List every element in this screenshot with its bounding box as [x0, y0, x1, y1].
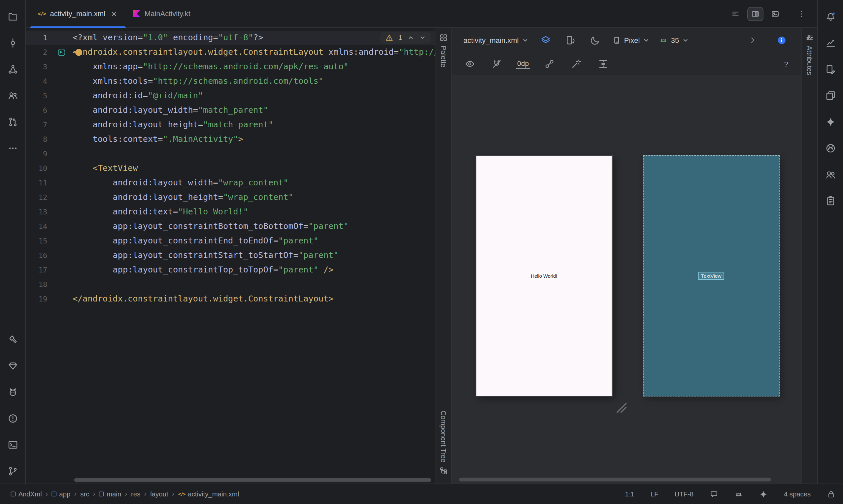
- textview-selection[interactable]: TextView: [699, 272, 724, 280]
- build-tool-button[interactable]: [2, 329, 23, 350]
- editor-more-button[interactable]: [793, 6, 810, 20]
- toolbar-overflow-button[interactable]: [745, 33, 760, 48]
- device-explorer-button[interactable]: [820, 190, 841, 212]
- more-tool-windows-button[interactable]: [2, 138, 23, 159]
- lock-icon[interactable]: [827, 490, 836, 498]
- code-line[interactable]: 6 android:layout_width="match_parent": [26, 103, 435, 118]
- close-icon[interactable]: [110, 10, 118, 18]
- scrollbar-thumb[interactable]: [74, 478, 432, 482]
- blueprint-preview[interactable]: TextView: [643, 155, 779, 396]
- encoding-widget[interactable]: UTF-8: [674, 490, 693, 498]
- code-line[interactable]: 19</androidx.constraintlayout.widget.Con…: [26, 292, 435, 306]
- code-text[interactable]: app:layout_constraintBottom_toBottomOf="…: [72, 219, 435, 234]
- design-mode-button[interactable]: [767, 6, 783, 20]
- line-separator-widget[interactable]: LF: [651, 490, 658, 498]
- event-balloon-icon[interactable]: [710, 490, 718, 498]
- clear-constraints-button[interactable]: [542, 56, 557, 72]
- code-line[interactable]: 18: [26, 277, 435, 292]
- indent-widget[interactable]: 4 spaces: [784, 490, 811, 498]
- code-text[interactable]: </androidx.constraintlayout.widget.Const…: [72, 292, 435, 306]
- code-text[interactable]: <TextView: [72, 161, 435, 176]
- code-line[interactable]: 12 android:layout_height="wrap_content": [26, 190, 435, 205]
- breadcrumb-item[interactable]: app: [52, 490, 71, 498]
- help-button[interactable]: ?: [784, 60, 790, 68]
- autoconnect-button[interactable]: [489, 56, 504, 72]
- pull-requests-tool-button[interactable]: [2, 111, 23, 132]
- api-level-selector[interactable]: 35: [659, 36, 689, 44]
- code-line[interactable]: 14 app:layout_constraintBottom_toBottomO…: [26, 219, 435, 234]
- code-text[interactable]: android:layout_width="match_parent": [72, 103, 435, 118]
- inspections-widget[interactable]: 1: [380, 32, 432, 43]
- code-line[interactable]: 8 tools:context=".MainActivity">: [26, 132, 435, 147]
- code-line[interactable]: 7 android:layout_height="match_parent": [26, 118, 435, 132]
- tab-main-activity-kt[interactable]: MainActivity.kt: [126, 0, 198, 28]
- breadcrumb-item[interactable]: </>activity_main.xml: [178, 490, 239, 498]
- editor-horizontal-scrollbar[interactable]: [74, 478, 432, 482]
- night-mode-button[interactable]: [587, 33, 603, 48]
- palette-tool-tab[interactable]: Palette: [439, 33, 448, 67]
- code-line[interactable]: 11 android:layout_width="wrap_content": [26, 176, 435, 190]
- attributes-tool-tab[interactable]: Attributes: [805, 33, 814, 75]
- scrollbar-thumb[interactable]: [459, 478, 771, 481]
- preview-resize-grip[interactable]: [615, 401, 628, 414]
- view-options-button[interactable]: [462, 56, 478, 72]
- code-line[interactable]: 5 android:id="@+id/main": [26, 89, 435, 103]
- next-issue-icon[interactable]: [419, 34, 426, 41]
- code-text[interactable]: android:layout_width="wrap_content": [72, 176, 435, 190]
- code-line[interactable]: 17 app:layout_constraintTop_toTopOf="par…: [26, 263, 435, 277]
- code-text[interactable]: android:layout_height="match_parent": [72, 118, 435, 132]
- logcat-tool-button[interactable]: [2, 381, 23, 403]
- design-preview[interactable]: Hello World!: [476, 155, 613, 396]
- breadcrumb-item[interactable]: layout: [150, 490, 168, 498]
- project-tool-button[interactable]: [2, 6, 23, 28]
- breadcrumb-item[interactable]: src: [80, 490, 89, 498]
- code-text[interactable]: xmlns:app="http://schemas.android.com/ap…: [72, 60, 435, 74]
- infer-constraints-button[interactable]: [569, 56, 584, 72]
- caret-position-widget[interactable]: 1:1: [625, 490, 634, 498]
- device-file-explorer-button[interactable]: [820, 85, 841, 106]
- default-margin-selector[interactable]: 0dp: [516, 59, 530, 69]
- device-manager-button[interactable]: [820, 138, 841, 159]
- app-inspection-tool-button[interactable]: [2, 355, 23, 377]
- code-editor[interactable]: 1<?xml version="1.0" encoding="utf-8"?>2…: [26, 28, 435, 484]
- code-text[interactable]: [72, 147, 435, 161]
- code-text[interactable]: app:layout_constraintEnd_toEndOf="parent…: [72, 234, 435, 248]
- code-text[interactable]: app:layout_constraintStart_toStartOf="pa…: [72, 248, 435, 263]
- resource-manager-tool-button[interactable]: [2, 85, 23, 106]
- related-file-gutter-icon[interactable]: [58, 49, 65, 56]
- code-text[interactable]: xmlns:tools="http://schemas.android.com/…: [72, 74, 435, 89]
- notifications-button[interactable]: [820, 6, 841, 28]
- code-text[interactable]: <androidx.constraintlayout.widget.Constr…: [72, 45, 435, 60]
- breadcrumb-item[interactable]: res: [131, 490, 140, 498]
- breadcrumb-item[interactable]: AndXml: [11, 490, 42, 498]
- tab-activity-main-xml[interactable]: </> activity_main.xml: [30, 0, 126, 28]
- component-tree-tool-tab[interactable]: Component Tree: [439, 411, 448, 475]
- pack-align-button[interactable]: [595, 56, 611, 72]
- gemini-button[interactable]: [820, 111, 841, 132]
- running-devices-button[interactable]: [820, 164, 841, 185]
- code-text[interactable]: app:layout_constraintTop_toTopOf="parent…: [72, 263, 435, 277]
- code-text[interactable]: android:text="Hello World!": [72, 205, 435, 219]
- breadcrumb-item[interactable]: main: [99, 490, 121, 498]
- code-mode-button[interactable]: [727, 6, 744, 20]
- orientation-button[interactable]: [563, 33, 578, 48]
- code-text[interactable]: tools:context=".MainActivity">: [72, 132, 435, 147]
- device-selector[interactable]: Pixel: [612, 36, 650, 44]
- app-insights-button[interactable]: [820, 32, 841, 54]
- code-line[interactable]: 4 xmlns:tools="http://schemas.android.co…: [26, 74, 435, 89]
- android-status-icon[interactable]: [734, 490, 743, 498]
- problems-tool-button[interactable]: [2, 408, 23, 429]
- code-line[interactable]: 10 <TextView: [26, 161, 435, 176]
- code-line[interactable]: 3 xmlns:app="http://schemas.android.com/…: [26, 60, 435, 74]
- code-text[interactable]: [72, 277, 435, 292]
- ai-spark-icon[interactable]: [759, 490, 768, 498]
- intention-bulb-icon[interactable]: [75, 49, 82, 56]
- structure-tool-button[interactable]: [2, 59, 23, 80]
- terminal-tool-button[interactable]: [2, 434, 23, 455]
- code-line[interactable]: 2<androidx.constraintlayout.widget.Const…: [26, 45, 435, 60]
- design-canvas[interactable]: Hello World! TextView: [452, 75, 801, 484]
- previous-issue-icon[interactable]: [408, 34, 414, 41]
- issues-info-button[interactable]: [774, 33, 790, 48]
- code-line[interactable]: 13 android:text="Hello World!": [26, 205, 435, 219]
- commit-tool-button[interactable]: [2, 32, 23, 54]
